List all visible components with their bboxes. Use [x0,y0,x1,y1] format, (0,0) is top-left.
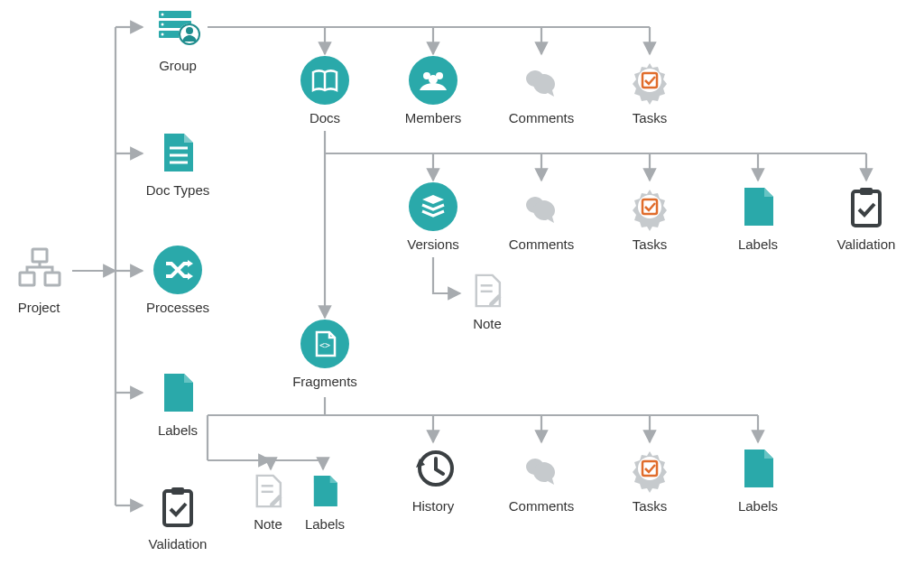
node-label: Project [0,300,79,315]
node-label: Comments [501,236,582,252]
diagram-canvas: <> [0,0,924,584]
tasks-icon [625,444,674,493]
labels-icon [153,368,202,417]
node-label: Tasks [609,498,690,514]
comments-icon [517,444,566,493]
node-labels-doc: Labels [717,182,799,252]
node-comments-doc: Comments [501,182,582,252]
node-note-frag: Note [236,471,300,532]
node-label: Versions [393,236,474,252]
node-comments-group: Comments [501,56,582,125]
node-labels-project: Labels [137,368,218,438]
node-tasks-frag: Tasks [609,444,690,514]
node-labels-frag2: Labels [293,471,356,532]
node-label: Members [393,110,474,125]
labels-icon [305,471,345,511]
node-project: Project [0,246,79,315]
node-processes: Processes [137,246,218,315]
labels-icon [734,182,782,231]
docs-icon [300,56,349,105]
project-icon [14,246,63,294]
node-label: Group [137,58,218,73]
node-validation-project: Validation [137,482,218,552]
node-label: Labels [293,516,356,532]
node-label: Tasks [609,110,690,125]
node-docs: Docs [284,56,365,125]
node-label: Validation [137,536,218,552]
node-label: Comments [501,110,582,125]
members-icon [409,56,457,105]
node-label: Comments [501,498,582,514]
node-label: Docs [284,110,365,125]
node-label: Fragments [284,374,365,389]
history-icon [409,444,457,493]
group-icon [153,4,202,52]
node-validation-doc: Validation [826,182,907,252]
doc-types-icon [153,128,202,177]
node-label: History [393,498,474,514]
node-tasks-group: Tasks [609,56,690,125]
node-label: Labels [717,236,799,252]
processes-icon [153,246,202,294]
node-members: Members [393,56,474,125]
node-label: Tasks [609,236,690,252]
node-labels-frag: Labels [717,444,799,514]
node-label: Validation [826,236,907,252]
labels-icon [734,444,782,493]
node-group: Group [137,4,218,73]
fragments-icon [300,320,349,368]
node-doc-types: Doc Types [137,128,218,198]
node-label: Labels [137,422,218,438]
tasks-icon [625,56,674,105]
note-icon [248,471,288,511]
note-icon [467,271,507,311]
node-label: Note [451,316,523,331]
node-note-version: Note [451,271,523,331]
comments-icon [517,56,566,105]
validation-icon [842,182,891,231]
node-history: History [393,444,474,514]
validation-icon [153,482,202,531]
node-versions: Versions [393,182,474,252]
versions-icon [409,182,457,231]
node-label: Note [236,516,300,532]
comments-icon [517,182,566,231]
node-comments-frag: Comments [501,444,582,514]
node-label: Labels [717,498,799,514]
node-label: Doc Types [137,182,218,198]
node-tasks-doc: Tasks [609,182,690,252]
node-label: Processes [137,300,218,315]
tasks-icon [625,182,674,231]
node-fragments: Fragments [284,320,365,389]
